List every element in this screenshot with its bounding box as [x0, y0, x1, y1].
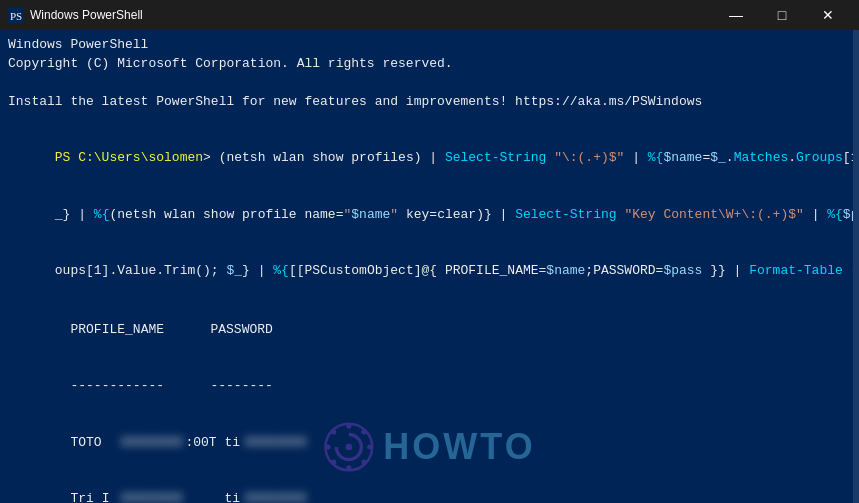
close-button[interactable]: ✕	[805, 0, 851, 30]
console-command-line: PS C:\Users\solomen> (netsh wlan show pr…	[8, 130, 851, 187]
console-line-blank2	[8, 111, 851, 130]
powershell-window: PS Windows PowerShell — □ ✕ Windows Powe…	[0, 0, 859, 503]
watermark-logo-icon	[323, 422, 373, 472]
svg-point-9	[325, 444, 330, 449]
row1-pass-start: ti	[224, 434, 244, 453]
select-string1: Select-String	[445, 150, 546, 165]
console-line-install: Install the latest PowerShell for new fe…	[8, 93, 851, 112]
console-command-line2: _} | %{(netsh wlan show profile name="$n…	[8, 187, 851, 244]
col-profile-header: PROFILE_NAME	[70, 321, 210, 340]
maximize-button[interactable]: □	[759, 0, 805, 30]
row2-profile-blurred: XXXXXXXX	[120, 490, 185, 503]
minimize-button[interactable]: —	[713, 0, 759, 30]
powershell-icon: PS	[8, 7, 24, 23]
svg-point-10	[331, 429, 336, 434]
title-bar: PS Windows PowerShell — □ ✕	[0, 0, 859, 30]
row1-profile-blurred: XXXXXXXX	[120, 434, 185, 453]
table-separator-row: ------------ --------	[8, 358, 851, 415]
console-line-blank1	[8, 74, 851, 93]
row2-pass-blurred: XXXXXXXX	[244, 490, 306, 503]
svg-point-5	[367, 444, 372, 449]
svg-point-11	[345, 444, 352, 451]
svg-point-4	[361, 429, 366, 434]
row1-profile-start: TOTO	[70, 434, 120, 453]
console-line-header1: Windows PowerShell	[8, 36, 851, 55]
svg-point-3	[346, 424, 351, 429]
row2-profile-suffix	[185, 490, 224, 503]
window-title: Windows PowerShell	[30, 8, 143, 22]
watermark-label: HOWTO	[383, 421, 535, 473]
svg-text:PS: PS	[10, 10, 22, 22]
scrollbar[interactable]	[853, 30, 859, 503]
row2-profile-start: Tri I	[70, 490, 120, 503]
table-header-row: PROFILE_NAME PASSWORD	[8, 302, 851, 359]
prompt1: PS C:\Users\solomen	[55, 150, 203, 165]
svg-point-7	[346, 465, 351, 470]
console-command-line3: oups[1].Value.Trim(); $_} | %{[[PSCustom…	[8, 243, 851, 300]
col-password-sep: --------	[210, 378, 272, 393]
title-bar-left: PS Windows PowerShell	[8, 7, 143, 23]
col-profile-sep: ------------	[70, 377, 210, 396]
row1-profile-suffix: :00T	[185, 434, 224, 453]
console-area[interactable]: Windows PowerShell Copyright (C) Microso…	[0, 30, 859, 503]
regex1: "\:(.+)$"	[554, 150, 624, 165]
row2-pass-start: ti	[224, 490, 244, 503]
svg-point-6	[361, 459, 366, 464]
row1-pass-blurred: XXXXXXXX	[244, 434, 306, 453]
watermark: HOWTO	[323, 421, 535, 473]
console-line-header2: Copyright (C) Microsoft Corporation. All…	[8, 55, 851, 74]
col-password-header: PASSWORD	[210, 322, 272, 337]
svg-point-8	[331, 459, 336, 464]
title-bar-controls: — □ ✕	[713, 0, 851, 30]
table-data-row-2: Tri IXXXXXXXX tiXXXXXXXX	[8, 471, 851, 503]
